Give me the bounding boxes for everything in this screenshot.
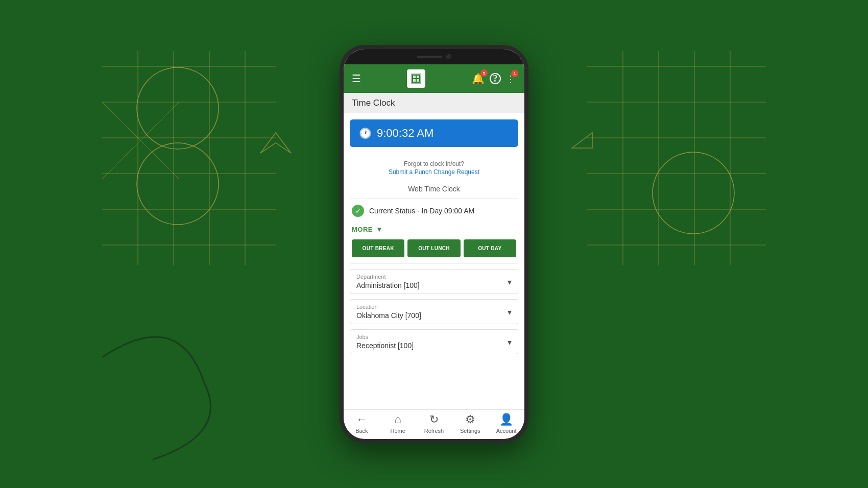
notification-button[interactable]: 🔔 5 [471, 71, 486, 86]
bottom-nav: ← Back ⌂ Home ↻ Refresh ⚙ Settings 👤 Acc… [344, 409, 524, 439]
settings-icon: ⚙ [465, 413, 475, 426]
nav-settings[interactable]: ⚙ Settings [452, 413, 488, 434]
phone-power-button [527, 120, 528, 146]
account-icon: 👤 [499, 413, 513, 426]
phone-camera [446, 54, 451, 59]
header-right: 🔔 5 ? ⋮ 1 [471, 71, 516, 86]
punch-change-link[interactable]: Submit a Punch Change Request [352, 168, 516, 176]
main-content: 🕐 9:00:32 AM Forgot to clock in/out? Sub… [344, 113, 524, 409]
app-header: ☰ 🔔 5 ? [344, 64, 524, 93]
more-label: MORE [352, 226, 373, 233]
action-buttons: OUT BREAK OUT LUNCH OUT DAY [352, 239, 516, 257]
department-label: Department [356, 274, 512, 280]
help-button[interactable]: ? [489, 72, 502, 85]
phone-shell: ☰ 🔔 5 ? [340, 45, 528, 443]
page-title-bar: Time Clock [344, 93, 524, 113]
current-time: 9:00:32 AM [377, 127, 433, 140]
svg-rect-28 [411, 74, 421, 84]
home-icon: ⌂ [395, 413, 401, 426]
refresh-icon: ↻ [429, 413, 439, 426]
department-dropdown[interactable]: Department Administration [100] ▾ [350, 269, 518, 294]
phone-notch-area [344, 49, 524, 64]
nav-account[interactable]: 👤 Account [488, 413, 524, 434]
out-break-button[interactable]: OUT BREAK [352, 239, 404, 257]
jobs-value: Receptionist [100] [356, 341, 512, 350]
nav-home[interactable]: ⌂ Home [380, 413, 416, 434]
status-text: Current Status - In Day 09:00 AM [369, 207, 474, 215]
department-chevron-icon: ▾ [508, 277, 512, 286]
jobs-chevron-icon: ▾ [508, 337, 512, 347]
nav-home-label: Home [391, 428, 405, 434]
location-label: Location [356, 304, 512, 310]
nav-refresh[interactable]: ↻ Refresh [416, 413, 452, 434]
out-day-button[interactable]: OUT DAY [464, 239, 516, 257]
nav-refresh-label: Refresh [424, 428, 444, 434]
out-lunch-button[interactable]: OUT LUNCH [407, 239, 460, 257]
more-section: MORE ▼ OUT BREAK OUT LUNCH OUT DAY [344, 223, 524, 263]
divider-2 [350, 263, 518, 264]
phone-content: ☰ 🔔 5 ? [344, 64, 524, 439]
more-toggle[interactable]: MORE ▼ [352, 225, 516, 233]
clock-icon: 🕐 [359, 127, 372, 139]
department-value: Administration [100] [356, 281, 512, 289]
notification-badge: 5 [480, 69, 488, 77]
time-display-card: 🕐 9:00:32 AM [350, 119, 518, 147]
status-check-icon: ✓ [352, 205, 364, 217]
nav-settings-label: Settings [460, 428, 480, 434]
more-options-button[interactable]: ⋮ 1 [505, 72, 516, 86]
forgot-section: Forgot to clock in/out? Submit a Punch C… [344, 153, 524, 180]
status-section: ✓ Current Status - In Day 09:00 AM [344, 199, 524, 223]
location-chevron-icon: ▾ [508, 307, 512, 316]
more-badge: 1 [511, 70, 518, 77]
phone-speaker [417, 56, 442, 58]
nav-back-label: Back [355, 428, 368, 434]
more-chevron-icon: ▼ [376, 225, 383, 233]
web-time-label: Web Time Clock [344, 180, 524, 198]
page-title: Time Clock [352, 98, 395, 108]
forgot-text: Forgot to clock in/out? [352, 160, 516, 167]
app-logo [407, 69, 425, 88]
phone-volume-button [340, 110, 341, 126]
jobs-label: Jobs [356, 334, 512, 340]
nav-account-label: Account [496, 428, 517, 434]
location-value: Oklahoma City [700] [356, 311, 512, 320]
menu-icon[interactable]: ☰ [352, 72, 361, 85]
header-logo [407, 69, 425, 88]
jobs-dropdown[interactable]: Jobs Receptionist [100] ▾ [350, 329, 518, 354]
checkmark-icon: ✓ [355, 207, 361, 215]
question-icon: ? [490, 73, 501, 84]
nav-back[interactable]: ← Back [344, 413, 380, 434]
phone-notch [403, 52, 465, 61]
back-icon: ← [356, 413, 367, 426]
location-dropdown[interactable]: Location Oklahoma City [700] ▾ [350, 299, 518, 324]
header-left: ☰ [352, 72, 361, 85]
